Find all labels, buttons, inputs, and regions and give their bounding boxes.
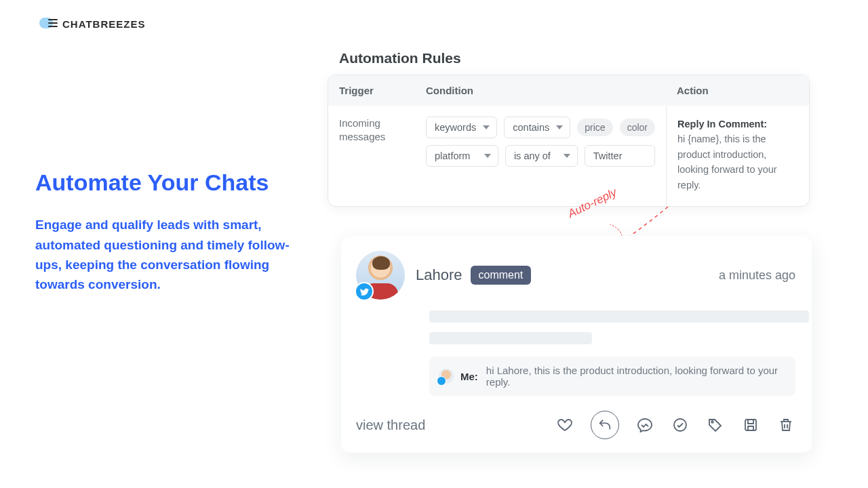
condition-cell: keywords contains price color platform i…: [415, 106, 666, 206]
chevron-down-icon: [564, 154, 570, 158]
rules-title: Automation Rules: [339, 50, 461, 66]
comment-body-placeholder: [429, 310, 795, 344]
select-field-keywords[interactable]: keywords: [426, 117, 497, 138]
svg-point-1: [711, 421, 713, 423]
view-thread-link[interactable]: view thread: [356, 418, 425, 433]
chevron-down-icon: [556, 125, 563, 129]
twitter-icon: [355, 282, 374, 301]
brand-name: CHATBREEZES: [62, 18, 145, 30]
select-field-platform[interactable]: platform: [426, 145, 498, 167]
trigger-cell: Incoming messages: [328, 106, 415, 206]
chevron-down-icon: [483, 125, 490, 129]
th-trigger: Trigger: [328, 75, 415, 106]
select-label: contains: [513, 122, 549, 133]
comment-time: a minutes ago: [719, 268, 795, 283]
select-label: platform: [435, 150, 470, 161]
chevron-down-icon: [484, 154, 491, 158]
select-op-contains[interactable]: contains: [504, 117, 570, 138]
reply-icon[interactable]: [591, 411, 619, 439]
input-platform-value[interactable]: Twitter: [585, 145, 655, 167]
save-icon[interactable]: [741, 415, 760, 434]
trash-icon[interactable]: [776, 415, 795, 434]
check-icon[interactable]: [671, 415, 690, 434]
comment-type-badge: comment: [471, 266, 532, 285]
auto-reply-bubble: Me: hi Lahore, this is the product intro…: [429, 357, 795, 396]
svg-rect-2: [745, 420, 756, 430]
avatar-mini: [439, 369, 454, 384]
tag-icon[interactable]: [706, 415, 725, 434]
rules-table: Trigger Condition Action Incoming messag…: [328, 75, 810, 207]
select-label: keywords: [435, 122, 476, 133]
action-label: Reply In Comment:: [677, 119, 767, 129]
messenger-icon[interactable]: [635, 415, 654, 434]
select-op-isanyof[interactable]: is any of: [505, 145, 578, 167]
hero-title: Automate Your Chats: [35, 169, 293, 196]
chip-color[interactable]: color: [620, 119, 655, 136]
chip-price[interactable]: price: [577, 119, 612, 136]
comment-actions: [555, 411, 795, 439]
action-text: hi {name}, this is the product introduct…: [677, 134, 777, 190]
action-cell: Reply In Comment: hi {name}, this is the…: [666, 106, 809, 206]
select-label: is any of: [514, 150, 551, 161]
avatar: [356, 251, 405, 300]
logo-mark: [39, 16, 58, 31]
comment-username: Lahore: [416, 266, 462, 284]
reply-author: Me:: [460, 371, 478, 382]
reply-text: hi Lahore, this is the product introduct…: [486, 365, 786, 388]
svg-point-0: [674, 419, 686, 431]
hero-copy: Automate Your Chats Engage and qualify l…: [35, 169, 293, 295]
comment-card: Lahore comment a minutes ago Me: hi Laho…: [341, 236, 812, 453]
hero-body: Engage and qualify leads with smart, aut…: [35, 215, 293, 295]
heart-icon[interactable]: [555, 415, 574, 434]
brand-logo: CHATBREEZES: [39, 16, 145, 31]
th-condition: Condition: [415, 75, 666, 106]
th-action: Action: [666, 75, 809, 106]
